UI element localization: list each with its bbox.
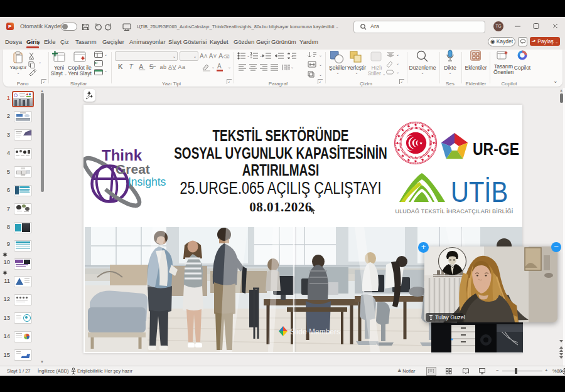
svg-text:Tulay Guzel: Tulay Guzel bbox=[435, 314, 465, 320]
svg-text:Slide Members: Slide Members bbox=[290, 327, 340, 336]
svg-text:P: P bbox=[8, 24, 12, 29]
svg-text:A: A bbox=[217, 63, 222, 70]
